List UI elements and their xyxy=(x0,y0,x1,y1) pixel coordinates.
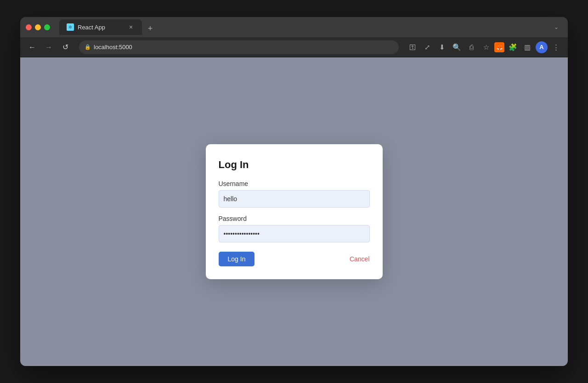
active-tab[interactable]: ⚛ React App × xyxy=(59,19,142,35)
login-dialog: Log In Username Password Log In Cancel xyxy=(206,144,383,279)
tabs-area: ⚛ React App × + xyxy=(59,19,547,35)
menu-icon[interactable]: ⋮ xyxy=(549,41,562,54)
back-button[interactable]: ← xyxy=(26,41,39,54)
browser-window: ⚛ React App × + ⌄ ← → ↺ 🔒 localhost:5000… xyxy=(20,17,568,366)
external-link-icon[interactable]: ⤢ xyxy=(421,41,434,54)
url-text: localhost:5000 xyxy=(94,44,132,51)
key-icon[interactable]: ⚿ xyxy=(406,41,419,54)
zoom-icon[interactable]: 🔍 xyxy=(450,41,463,54)
cancel-button[interactable]: Cancel xyxy=(350,255,370,263)
maximize-window-button[interactable] xyxy=(44,24,50,30)
minimize-window-button[interactable] xyxy=(35,24,41,30)
download-icon[interactable]: ⬇ xyxy=(435,41,448,54)
page-content: Log In Username Password Log In Cancel xyxy=(20,57,568,366)
new-tab-button[interactable]: + xyxy=(144,22,157,35)
fox-extension-icon[interactable]: 🦊 xyxy=(494,42,504,52)
close-window-button[interactable] xyxy=(26,24,32,30)
tab-favicon-icon: ⚛ xyxy=(67,23,74,31)
extensions-icon[interactable]: 🧩 xyxy=(506,41,519,54)
bookmark-icon[interactable]: ☆ xyxy=(480,41,492,54)
tab-close-button[interactable]: × xyxy=(127,23,135,31)
lock-icon: 🔒 xyxy=(85,44,91,50)
password-input[interactable] xyxy=(219,225,370,242)
nav-right-icons: ⚿ ⤢ ⬇ 🔍 ⎙ ☆ 🦊 🧩 ▥ A ⋮ xyxy=(406,41,562,54)
share-icon[interactable]: ⎙ xyxy=(465,41,478,54)
sidebar-icon[interactable]: ▥ xyxy=(521,41,534,54)
address-bar[interactable]: 🔒 localhost:5000 xyxy=(79,40,399,54)
username-input[interactable] xyxy=(219,190,370,208)
login-button[interactable]: Log In xyxy=(219,252,255,266)
dialog-actions: Log In Cancel xyxy=(219,252,370,266)
window-controls xyxy=(26,24,50,30)
forward-button[interactable]: → xyxy=(42,41,55,54)
dialog-title: Log In xyxy=(219,159,370,171)
username-label: Username xyxy=(219,180,370,187)
title-bar: ⚛ React App × + ⌄ xyxy=(20,17,568,37)
tab-right-controls: ⌄ xyxy=(550,22,562,32)
chevron-down-icon[interactable]: ⌄ xyxy=(550,22,562,32)
tab-title: React App xyxy=(78,24,124,31)
refresh-button[interactable]: ↺ xyxy=(59,41,72,54)
username-field-group: Username xyxy=(219,180,370,208)
password-field-group: Password xyxy=(219,215,370,242)
nav-bar: ← → ↺ 🔒 localhost:5000 ⚿ ⤢ ⬇ 🔍 ⎙ ☆ 🦊 🧩 ▥… xyxy=(20,37,568,57)
password-label: Password xyxy=(219,215,370,222)
user-avatar[interactable]: A xyxy=(536,41,548,53)
